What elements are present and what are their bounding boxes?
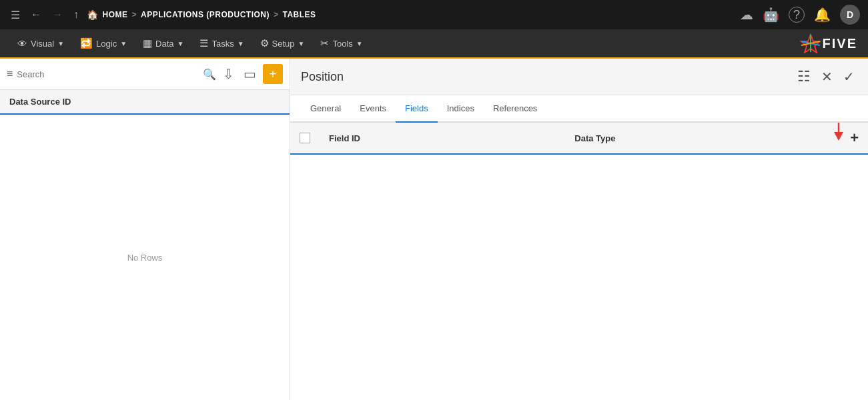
grid-view-icon[interactable]: ☷: [795, 67, 813, 87]
left-panel: ≡ 🔍 ⇩ ▭ + Data Source ID No Rows: [0, 59, 290, 400]
svg-marker-5: [834, 132, 843, 141]
table-container: Field ID Data Type: [290, 123, 868, 400]
toolbar-logic[interactable]: 🔁 Logic ▼: [73, 33, 133, 53]
breadcrumb-tables[interactable]: TABLES: [282, 10, 316, 19]
notification-icon[interactable]: 🔔: [814, 7, 831, 23]
toolbar-data[interactable]: ▦ Data ▼: [136, 33, 190, 53]
breadcrumb-apps[interactable]: APPLICATIONS (PRODUCTION): [141, 10, 270, 19]
arrow-indicator: [825, 123, 852, 144]
search-input[interactable]: [17, 69, 199, 79]
five-logo-icon: [799, 33, 823, 53]
tab-references[interactable]: References: [484, 95, 546, 123]
menu-icon[interactable]: ☰: [8, 6, 23, 24]
toolbar-tools[interactable]: ✂ Tools ▼: [314, 33, 369, 53]
breadcrumb-sep-2: >: [274, 10, 279, 19]
field-id-header: Field ID: [320, 123, 546, 154]
toolbar-visual[interactable]: 👁 Visual ▼: [11, 34, 71, 53]
tab-events[interactable]: Events: [350, 95, 396, 123]
toolbar-tasks[interactable]: ☰ Tasks ▼: [193, 33, 250, 53]
filter-icon[interactable]: ≡: [7, 68, 13, 80]
eye-icon: 👁: [17, 38, 27, 49]
breadcrumb-home[interactable]: HOME: [103, 10, 128, 19]
tab-fields[interactable]: Fields: [396, 95, 438, 123]
left-panel-empty: No Rows: [0, 115, 290, 400]
five-logo: FIVE: [799, 33, 857, 53]
tabs: General Events Fields Indices References: [290, 95, 868, 123]
setup-caret: ▼: [298, 40, 305, 47]
right-panel-header: Position ☷ ✕ ✓: [290, 59, 868, 95]
tools-caret: ▼: [356, 40, 363, 47]
download-icon[interactable]: ⇩: [220, 65, 237, 83]
tools-icon: ✂: [320, 37, 329, 49]
cloud-icon[interactable]: ☁: [740, 7, 753, 23]
right-panel: Position ☷ ✕ ✓ General Events Fields Ind…: [290, 59, 868, 400]
confirm-button[interactable]: ✓: [841, 67, 857, 86]
search-icon[interactable]: 🔍: [203, 68, 216, 81]
panel-actions: ☷ ✕ ✓: [795, 67, 857, 87]
divider-col: [546, 123, 565, 154]
header-checkbox[interactable]: [300, 133, 310, 143]
logic-icon: 🔁: [80, 37, 93, 49]
data-icon: ▦: [143, 37, 152, 49]
logic-caret: ▼: [120, 40, 127, 47]
data-type-header: Data Type: [565, 123, 835, 154]
forward-icon[interactable]: →: [49, 6, 65, 23]
avatar[interactable]: D: [840, 5, 860, 25]
tasks-icon: ☰: [199, 37, 208, 49]
table-header-row: Field ID Data Type: [290, 123, 868, 154]
home-icon: 🏠: [87, 9, 99, 20]
add-button[interactable]: +: [263, 64, 283, 84]
tab-general[interactable]: General: [301, 95, 350, 123]
close-button[interactable]: ✕: [819, 67, 835, 86]
left-panel-header: Data Source ID: [0, 90, 290, 115]
up-icon[interactable]: ↑: [71, 6, 81, 23]
panel-title: Position: [301, 70, 344, 84]
main-content: ≡ 🔍 ⇩ ▭ + Data Source ID No Rows Positio…: [0, 59, 868, 400]
setup-icon: ⚙: [260, 37, 269, 49]
data-caret: ▼: [177, 40, 184, 47]
top-nav: ☰ ← → ↑ 🏠 HOME > APPLICATIONS (PRODUCTIO…: [0, 0, 868, 29]
breadcrumb: 🏠 HOME > APPLICATIONS (PRODUCTION) > TAB…: [87, 9, 316, 20]
back-icon[interactable]: ←: [28, 6, 44, 23]
toolbar-setup[interactable]: ⚙ Setup ▼: [254, 33, 312, 53]
toolbar: 👁 Visual ▼ 🔁 Logic ▼ ▦ Data ▼ ☰ Tasks ▼ …: [0, 29, 868, 59]
checkbox-header: [290, 123, 320, 154]
add-row-header: +: [835, 123, 868, 154]
robot-icon[interactable]: 🤖: [763, 7, 779, 23]
search-bar: ≡ 🔍 ⇩ ▭ +: [0, 59, 290, 90]
help-icon[interactable]: ?: [789, 7, 805, 23]
tasks-caret: ▼: [238, 40, 244, 47]
tab-indices[interactable]: Indices: [438, 95, 484, 123]
export-icon[interactable]: ▭: [241, 65, 259, 83]
visual-caret: ▼: [57, 40, 64, 47]
fields-table: Field ID Data Type: [290, 123, 868, 155]
breadcrumb-sep-1: >: [132, 10, 137, 19]
